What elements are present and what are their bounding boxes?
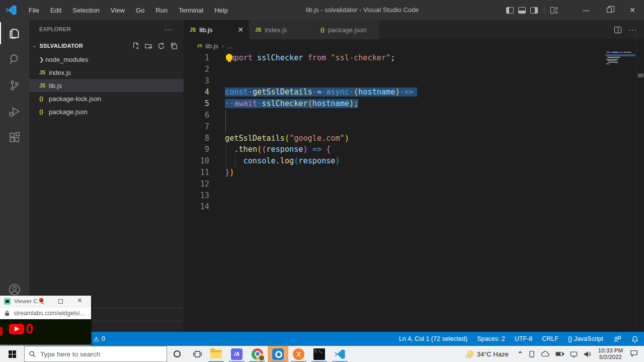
battery-icon[interactable] xyxy=(555,351,564,356)
overlay-addressbar[interactable]: streamlabs.com/widgets/... xyxy=(0,307,91,319)
menu-view[interactable]: View xyxy=(105,7,130,14)
network-icon[interactable] xyxy=(570,351,578,357)
new-file-icon[interactable] xyxy=(132,42,140,50)
feedback-icon[interactable] xyxy=(613,335,621,343)
code-line-4[interactable]: 4const·getSslDetails·=·async·(hostname)·… xyxy=(184,86,644,98)
tree-item-package.json[interactable]: {}package.json xyxy=(29,105,184,118)
xampp-icon: X xyxy=(293,348,304,360)
show-hidden-icons-chevron[interactable]: ⌃ xyxy=(518,350,523,357)
minimize-button[interactable]: — xyxy=(575,0,598,20)
overlay-url[interactable]: streamlabs.com/widgets/... xyxy=(14,310,85,317)
cursor-position[interactable]: Ln 4, Col 1 (72 selected) xyxy=(399,335,467,342)
refresh-icon[interactable] xyxy=(157,42,165,50)
app-a-taskbar-button[interactable]: /A xyxy=(226,346,247,362)
taskbar-search[interactable] xyxy=(24,346,167,362)
tab-package.json[interactable]: {}package.json xyxy=(314,20,380,39)
code-line-10[interactable]: 10 console.log(response) xyxy=(184,155,644,167)
file-explorer-icon xyxy=(210,348,222,360)
minimap[interactable] xyxy=(605,50,637,85)
overlay-maximize-icon[interactable] xyxy=(58,299,63,304)
streamlabs-taskbar-button[interactable] xyxy=(268,346,288,362)
menu-file[interactable]: File xyxy=(23,7,45,14)
file-tree: ❯node_modulesJSindex.jsJSlib.js{}package… xyxy=(29,53,184,118)
close-button[interactable]: ✕ xyxy=(621,0,644,20)
code-line-1[interactable]: 1import sslChecker from "ssl-checker"; xyxy=(184,52,644,64)
customize-layout-icon[interactable] xyxy=(550,7,557,14)
js-file-icon: JS xyxy=(39,70,49,75)
weather-text[interactable]: 34°C Haze xyxy=(477,350,509,358)
collapse-all-icon[interactable] xyxy=(170,42,178,50)
code-line-12[interactable]: 12 xyxy=(184,178,644,190)
toggle-secondary-sidebar-icon[interactable] xyxy=(530,7,538,14)
language-mode[interactable]: {} JavaScript xyxy=(568,335,603,342)
chrome-taskbar-button[interactable] xyxy=(247,346,268,362)
menu-run[interactable]: Run xyxy=(150,7,173,14)
menu-edit[interactable]: Edit xyxy=(45,7,67,14)
tree-item-lib.js[interactable]: JSlib.js xyxy=(29,79,184,92)
code-area[interactable]: 1import sslChecker from "ssl-checker";23… xyxy=(184,52,644,213)
phone-link-icon[interactable] xyxy=(529,350,535,358)
code-line-6[interactable]: 6 xyxy=(184,110,644,121)
menu-help[interactable]: Help xyxy=(209,7,233,14)
new-folder-icon[interactable] xyxy=(145,42,152,50)
eol-sequence[interactable]: CRLF xyxy=(542,335,558,342)
split-editor-icon[interactable] xyxy=(614,27,621,33)
overview-ruler[interactable] xyxy=(637,32,644,332)
code-line-5[interactable]: 5··await·sslChecker(hostname); xyxy=(184,98,644,110)
tab-lib.js[interactable]: JSlib.js✕ xyxy=(184,20,249,39)
menu-go[interactable]: Go xyxy=(130,7,150,14)
onedrive-cloud-icon[interactable] xyxy=(541,351,549,357)
encoding[interactable]: UTF-8 xyxy=(515,335,532,342)
menu-terminal[interactable]: Terminal xyxy=(173,7,209,14)
code-line-2[interactable]: 2 xyxy=(184,64,644,75)
tab-index.js[interactable]: JSindex.js xyxy=(249,20,314,39)
action-center-icon[interactable] xyxy=(630,349,638,358)
start-button[interactable] xyxy=(0,346,24,362)
breadcrumb-file[interactable]: lib.js xyxy=(205,42,218,50)
tree-item-package-lock.json[interactable]: {}package-lock.json xyxy=(29,92,184,105)
pushpin-icon[interactable] xyxy=(37,297,45,305)
workspace-header[interactable]: ⌄ SSLVALIDATOR xyxy=(29,39,184,52)
toggle-sidebar-icon[interactable] xyxy=(506,7,514,14)
run-debug-icon[interactable] xyxy=(0,99,29,125)
explorer-more-icon[interactable]: ··· xyxy=(164,25,173,33)
code-line-14[interactable]: 14 xyxy=(184,201,644,213)
search-input[interactable] xyxy=(40,350,151,358)
notifications-bell-icon[interactable] xyxy=(631,335,639,343)
code-line-8[interactable]: 8getSslDetails("google.com") xyxy=(184,133,644,144)
editor-more-icon[interactable]: ··· xyxy=(628,26,637,34)
task-view-button[interactable] xyxy=(187,346,207,362)
restore-button[interactable] xyxy=(598,0,621,20)
indentation[interactable]: Spaces: 2 xyxy=(477,335,505,342)
toggle-panel-icon[interactable] xyxy=(518,7,526,14)
extensions-icon[interactable] xyxy=(0,125,29,151)
tree-item-node_modules[interactable]: ❯node_modules xyxy=(29,53,184,66)
breadcrumb-symbol[interactable]: ... xyxy=(227,42,233,50)
tab-close-icon[interactable]: ✕ xyxy=(229,26,244,34)
menu-selection[interactable]: Selection xyxy=(67,7,105,14)
tree-item-index.js[interactable]: JSindex.js xyxy=(29,66,184,79)
code-line-7[interactable]: 7 xyxy=(184,121,644,133)
search-icon[interactable] xyxy=(0,46,29,72)
xampp-taskbar-button[interactable]: X xyxy=(288,346,309,362)
explorer-icon[interactable] xyxy=(0,20,29,46)
clock[interactable]: 10:33 PM 5/2/2022 xyxy=(598,347,623,360)
cmd-taskbar-button[interactable]: C:\_ xyxy=(309,346,330,362)
line-number: 12 xyxy=(184,178,225,190)
cortana-button[interactable] xyxy=(167,346,187,362)
source-control-icon[interactable] xyxy=(0,72,29,99)
volume-icon[interactable] xyxy=(584,351,591,357)
weather-icon[interactable] xyxy=(465,350,474,358)
code-line-9[interactable]: 9 .then((response) => { xyxy=(184,144,644,155)
lightbulb-icon[interactable] xyxy=(226,54,232,60)
vscode-taskbar-button[interactable] xyxy=(330,346,350,362)
file-explorer-taskbar-button[interactable] xyxy=(206,346,226,362)
code-line-3[interactable]: 3 xyxy=(184,75,644,87)
overlay-close-icon[interactable]: ✕ xyxy=(77,297,83,304)
overlay-titlebar[interactable]: Viewer C... ✕ xyxy=(0,296,91,307)
code-line-13[interactable]: 13 xyxy=(184,190,644,202)
breadcrumb[interactable]: JS lib.js › ... xyxy=(184,39,644,52)
warning-count[interactable]: 0 xyxy=(102,335,105,342)
viewer-count-window[interactable]: Viewer C... ✕ streamlabs.com/widgets/...… xyxy=(0,296,91,345)
code-line-11[interactable]: 11}) xyxy=(184,167,644,178)
